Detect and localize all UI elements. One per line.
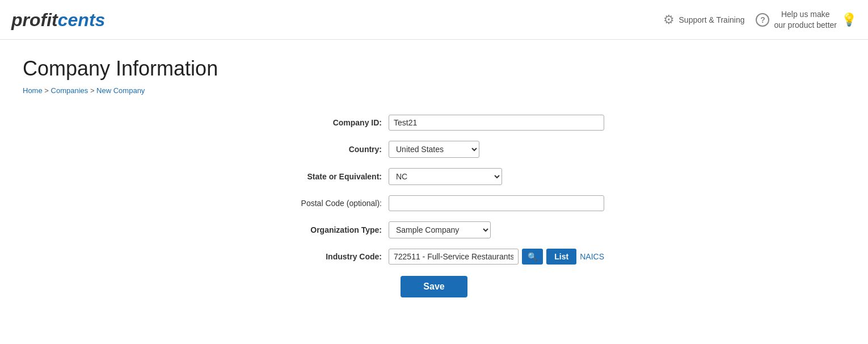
form-container: Company ID: Country: United States Canad… [23, 115, 845, 297]
org-type-control: Sample Company Corporation LLC Partnersh… [389, 221, 604, 238]
country-control: United States Canada United Kingdom Othe… [389, 141, 604, 158]
postal-control [389, 195, 604, 211]
industry-code-input[interactable] [389, 249, 519, 265]
logo-cents-text: cents [58, 9, 106, 30]
state-select[interactable]: AL AK AZ AR CA CO CT DE FL GA NC NC NY T… [389, 168, 502, 185]
country-label: Country: [264, 145, 389, 154]
logo-profit-text: profit [11, 9, 58, 30]
postal-input[interactable] [389, 195, 604, 211]
postal-label: Postal Code (optional): [264, 199, 389, 208]
list-button[interactable]: List [546, 249, 576, 265]
country-row: Country: United States Canada United Kin… [264, 141, 604, 158]
header-actions: ⚙ Support & Training ? Help us make our … [663, 9, 857, 30]
support-training-link[interactable]: ⚙ Support & Training [663, 12, 745, 27]
header: profitcents ⚙ Support & Training ? Help … [0, 0, 868, 40]
support-training-label: Support & Training [679, 15, 745, 24]
logo: profitcents [11, 9, 105, 30]
org-type-select[interactable]: Sample Company Corporation LLC Partnersh… [389, 221, 491, 238]
main-content: Company Information Home > Companies > N… [0, 40, 868, 314]
company-form: Company ID: Country: United States Canad… [264, 115, 604, 297]
help-text: Help us make our product better [774, 9, 837, 30]
help-link[interactable]: ? Help us make our product better 💡 [756, 9, 857, 30]
question-icon: ? [756, 13, 769, 27]
save-button[interactable]: Save [401, 276, 467, 297]
breadcrumb-sep1: > [43, 86, 51, 95]
naics-link[interactable]: NAICS [580, 252, 604, 261]
save-row: Save [264, 276, 604, 297]
org-type-label: Organization Type: [264, 225, 389, 234]
industry-code-control: 🔍 List NAICS [389, 249, 604, 265]
state-control: AL AK AZ AR CA CO CT DE FL GA NC NC NY T… [389, 168, 604, 185]
company-id-label: Company ID: [264, 118, 389, 127]
industry-search-button[interactable]: 🔍 [522, 249, 543, 265]
org-type-row: Organization Type: Sample Company Corpor… [264, 221, 604, 238]
postal-row: Postal Code (optional): [264, 195, 604, 211]
bulb-icon: 💡 [841, 12, 857, 27]
industry-row-inner: 🔍 List NAICS [389, 249, 604, 265]
breadcrumb-current[interactable]: New Company [96, 86, 145, 95]
company-id-input[interactable] [389, 115, 604, 131]
page-title: Company Information [23, 57, 845, 81]
country-select[interactable]: United States Canada United Kingdom Othe… [389, 141, 479, 158]
gear-icon: ⚙ [663, 12, 675, 27]
search-icon: 🔍 [528, 252, 537, 261]
breadcrumb: Home > Companies > New Company [23, 86, 845, 95]
breadcrumb-companies[interactable]: Companies [51, 86, 89, 95]
company-id-control [389, 115, 604, 131]
breadcrumb-sep2: > [88, 86, 96, 95]
industry-code-row: Industry Code: 🔍 List NAICS [264, 249, 604, 265]
state-label: State or Equivalent: [264, 172, 389, 181]
company-id-row: Company ID: [264, 115, 604, 131]
state-row: State or Equivalent: AL AK AZ AR CA CO C… [264, 168, 604, 185]
industry-code-label: Industry Code: [264, 252, 389, 261]
breadcrumb-home[interactable]: Home [23, 86, 43, 95]
